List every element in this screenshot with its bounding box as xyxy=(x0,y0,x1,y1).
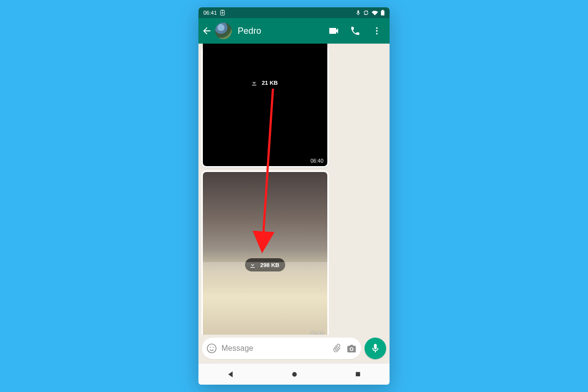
mic-send-button[interactable] xyxy=(365,338,386,359)
svg-rect-3 xyxy=(221,13,223,13)
message-bubble[interactable]: 21 KB 06:40 xyxy=(201,47,329,168)
arrow-back-icon xyxy=(201,25,212,36)
svg-point-12 xyxy=(207,344,216,353)
svg-rect-7 xyxy=(382,10,384,11)
svg-point-10 xyxy=(376,33,377,34)
nav-home-icon[interactable] xyxy=(291,370,298,378)
svg-point-8 xyxy=(376,27,377,29)
message-bubble[interactable]: 298 KB 06:40 xyxy=(201,171,329,335)
message-input[interactable]: Message xyxy=(221,344,327,353)
menu-button[interactable] xyxy=(367,26,387,36)
download-button[interactable]: 21 KB xyxy=(246,76,284,89)
svg-rect-5 xyxy=(358,14,359,15)
download-icon xyxy=(249,261,256,269)
emoji-icon[interactable] xyxy=(206,343,218,354)
nav-back-icon[interactable] xyxy=(226,370,235,379)
phone-icon xyxy=(350,25,361,36)
video-call-button[interactable] xyxy=(324,25,343,37)
file-size: 21 KB xyxy=(262,80,278,86)
download-icon xyxy=(250,79,258,86)
svg-point-15 xyxy=(293,372,297,376)
chat-appbar: Pedro xyxy=(198,18,390,44)
sync-status-icon xyxy=(363,10,369,16)
wifi-icon xyxy=(371,10,378,16)
contact-avatar[interactable] xyxy=(215,23,232,39)
svg-rect-4 xyxy=(358,10,359,13)
file-size: 298 KB xyxy=(260,262,279,268)
android-navbar xyxy=(198,363,390,385)
voice-call-button[interactable] xyxy=(345,25,365,36)
android-statusbar: 06:41 xyxy=(198,7,390,18)
download-button[interactable]: 298 KB xyxy=(245,258,285,271)
phone-frame: 06:41 Pedro xyxy=(198,7,390,385)
message-input-container[interactable]: Message xyxy=(202,338,361,359)
svg-point-9 xyxy=(376,30,377,31)
message-time: 06:40 xyxy=(311,158,323,164)
mic-icon xyxy=(370,343,381,354)
camera-icon[interactable] xyxy=(346,343,357,354)
battery-saver-icon xyxy=(220,10,225,16)
back-button[interactable] xyxy=(200,25,213,36)
svg-rect-16 xyxy=(356,372,360,376)
more-vert-icon xyxy=(372,26,382,36)
stage: 06:41 Pedro xyxy=(0,0,588,392)
mic-status-icon xyxy=(356,10,361,16)
svg-point-14 xyxy=(213,347,214,348)
chat-body[interactable]: 21 KB 06:40 298 KB 06:40 xyxy=(198,44,390,335)
attach-icon[interactable] xyxy=(331,343,342,354)
battery-icon xyxy=(381,10,385,16)
status-time: 06:41 xyxy=(203,10,217,16)
svg-rect-6 xyxy=(381,11,385,16)
video-icon xyxy=(328,25,340,37)
svg-rect-1 xyxy=(221,10,223,10)
contact-name[interactable]: Pedro xyxy=(238,26,322,36)
composer-row: Message xyxy=(198,335,390,363)
nav-recent-icon[interactable] xyxy=(354,370,362,378)
media-thumbnail[interactable]: 21 KB 06:40 xyxy=(203,44,327,166)
svg-point-13 xyxy=(210,347,211,348)
media-thumbnail[interactable]: 298 KB 06:40 xyxy=(203,172,327,335)
message-time: 06:40 xyxy=(311,330,323,335)
